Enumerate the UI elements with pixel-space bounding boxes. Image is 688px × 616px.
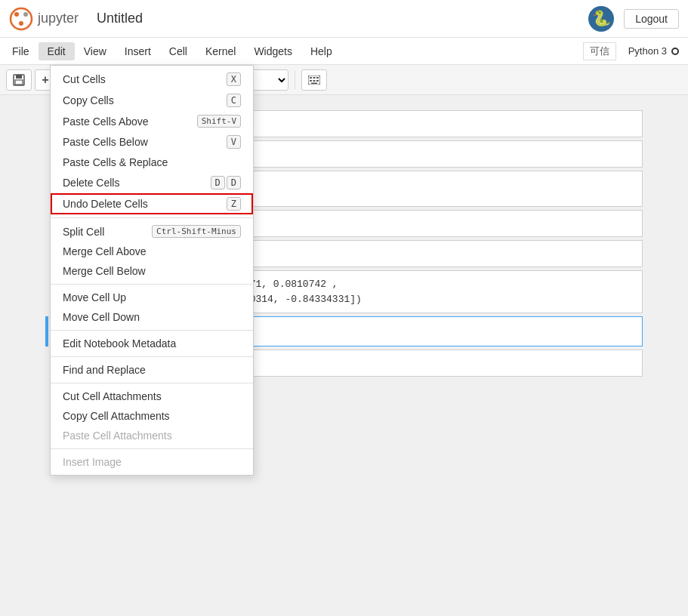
merge-cell-above-label: Merge Cell Above [63, 245, 147, 257]
svg-rect-18 [313, 80, 316, 82]
shortcut-key-shiftv: Shift-V [197, 115, 241, 128]
find-replace-item[interactable]: Find and Replace [51, 360, 253, 380]
menu-help[interactable]: Help [301, 42, 341, 60]
cell-indicator-4 [45, 210, 48, 237]
move-cell-down-label: Move Cell Down [63, 311, 140, 323]
merge-cell-below-item[interactable]: Merge Cell Below [51, 261, 253, 281]
delete-cells-label: Delete Cells [63, 177, 119, 189]
merge-cell-below-label: Merge Cell Below [63, 265, 146, 277]
paste-cell-attachments-item[interactable]: Paste Cell Attachments [51, 426, 253, 445]
app-name: jupyter [38, 11, 79, 26]
cell-indicator-1 [45, 110, 48, 137]
menu-section-5: Find and Replace [51, 357, 253, 383]
menu-insert[interactable]: Insert [116, 42, 160, 60]
menu-section-2: Split Cell Ctrl-Shift-Minus Merge Cell A… [51, 218, 253, 285]
find-replace-label: Find and Replace [63, 364, 146, 376]
menubar: File Edit View Insert Cell Kernel Widget… [0, 38, 688, 65]
split-cell-label: Split Cell [63, 226, 104, 238]
menu-section-4: Edit Notebook Metadata [51, 331, 253, 357]
plus-icon: + [42, 73, 48, 87]
menu-file[interactable]: File [3, 42, 39, 60]
shortcut-key-c: C [227, 94, 241, 107]
cut-cells-shortcut: X [227, 72, 241, 86]
menu-section-1: Cut Cells X Copy Cells C Paste Cells Abo… [51, 66, 253, 218]
move-cell-up-label: Move Cell Up [63, 291, 126, 303]
copy-cells-label: Copy Cells [63, 94, 114, 106]
paste-cell-attachments-label: Paste Cell Attachments [63, 430, 172, 442]
edit-notebook-metadata-item[interactable]: Edit Notebook Metadata [51, 334, 253, 353]
cell-indicator-6 [45, 270, 48, 313]
shortcut-key-x: X [227, 72, 241, 86]
svg-rect-16 [316, 77, 319, 79]
trusted-badge: 可信 [583, 42, 616, 60]
notebook-title[interactable]: Untitled [97, 11, 143, 26]
keyboard-icon [308, 75, 320, 85]
cut-cell-attachments-item[interactable]: Cut Cell Attachments [51, 387, 253, 406]
save-button[interactable] [6, 69, 32, 91]
menu-section-6: Cut Cell Attachments Copy Cell Attachmen… [51, 383, 253, 449]
svg-rect-17 [310, 80, 312, 82]
cell-indicator-8 [45, 350, 48, 377]
move-cell-down-item[interactable]: Move Cell Down [51, 307, 253, 327]
paste-cells-replace-label: Paste Cells & Replace [63, 156, 168, 168]
paste-cells-below-item[interactable]: Paste Cells Below V [51, 131, 253, 152]
cut-cell-attachments-label: Cut Cell Attachments [63, 390, 162, 402]
kernel-info: Python 3 [622, 45, 685, 57]
logout-button[interactable]: Logout [624, 9, 679, 29]
merge-cell-above-item[interactable]: Merge Cell Above [51, 242, 253, 261]
svg-rect-14 [310, 77, 312, 79]
cell-indicator-3 [45, 171, 48, 207]
menu-widgets[interactable]: Widgets [245, 42, 301, 60]
shortcut-key-ctrl-shift-minus: Ctrl-Shift-Minus [152, 225, 241, 238]
menu-cell[interactable]: Cell [160, 42, 196, 60]
menu-section-3: Move Cell Up Move Cell Down [51, 285, 253, 331]
shortcut-key-d1: D [211, 176, 225, 189]
paste-cells-below-shortcut: V [227, 135, 241, 149]
kernel-name: Python 3 [628, 45, 667, 57]
header-right: 🐍 Logout [588, 5, 679, 32]
edit-notebook-metadata-label: Edit Notebook Metadata [63, 337, 176, 350]
paste-cells-above-label: Paste Cells Above [63, 116, 149, 128]
delete-cells-item[interactable]: Delete Cells D D [51, 172, 253, 193]
python-icon: 🐍 [588, 5, 615, 32]
menu-edit[interactable]: Edit [39, 42, 75, 60]
insert-image-label: Insert Image [63, 456, 122, 468]
svg-rect-20 [311, 82, 317, 84]
split-cell-item[interactable]: Split Cell Ctrl-Shift-Minus [51, 221, 253, 242]
jupyter-logo-icon [9, 7, 33, 31]
menu-section-7: Insert Image [51, 449, 253, 475]
menu-kernel[interactable]: Kernel [196, 42, 245, 60]
svg-point-3 [19, 21, 23, 26]
paste-cells-above-item[interactable]: Paste Cells Above Shift-V [51, 111, 253, 131]
kernel-status-dot [671, 48, 679, 55]
undo-delete-cells-shortcut: Z [227, 197, 241, 211]
svg-text:🐍: 🐍 [592, 9, 611, 27]
insert-image-item[interactable]: Insert Image [51, 452, 253, 472]
svg-rect-15 [313, 77, 316, 79]
paste-cells-replace-item[interactable]: Paste Cells & Replace [51, 152, 253, 172]
keyboard-shortcuts-button[interactable] [301, 69, 327, 91]
svg-point-0 [11, 8, 32, 29]
move-cell-up-item[interactable]: Move Cell Up [51, 288, 253, 307]
paste-cells-below-label: Paste Cells Below [63, 136, 148, 148]
svg-point-1 [14, 12, 19, 17]
svg-point-2 [23, 12, 28, 17]
svg-rect-19 [316, 80, 319, 82]
svg-rect-7 [16, 75, 22, 79]
shortcut-key-z: Z [227, 197, 241, 211]
paste-cells-above-shortcut: Shift-V [197, 115, 241, 128]
jupyter-logo: jupyter [9, 7, 79, 31]
cut-cells-label: Cut Cells [63, 73, 106, 85]
copy-cells-item[interactable]: Copy Cells C [51, 90, 253, 111]
shortcut-key-d2: D [227, 176, 241, 189]
shortcut-key-v: V [227, 135, 241, 149]
copy-cell-attachments-item[interactable]: Copy Cell Attachments [51, 406, 253, 426]
separator-3 [295, 71, 295, 89]
cut-cells-item[interactable]: Cut Cells X [51, 69, 253, 90]
menu-view[interactable]: View [75, 42, 116, 60]
edit-dropdown-menu: Cut Cells X Copy Cells C Paste Cells Abo… [50, 65, 254, 476]
save-icon [13, 74, 25, 86]
header-bar: jupyter Untitled 🐍 Logout [0, 0, 688, 38]
undo-delete-cells-label: Undo Delete Cells [63, 198, 148, 210]
undo-delete-cells-item[interactable]: Undo Delete Cells Z [51, 193, 253, 214]
